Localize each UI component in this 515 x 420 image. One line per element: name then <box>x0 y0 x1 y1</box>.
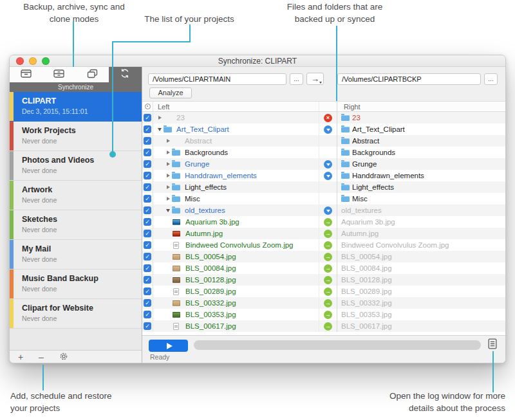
close-button[interactable] <box>16 57 24 65</box>
settings-gear-button[interactable] <box>59 352 80 362</box>
row-checkbox[interactable]: ✓ <box>144 114 151 122</box>
file-row[interactable]: ✓Art_Text_ClipartArt_Text_Clipart <box>142 123 505 135</box>
conflict-status-icon: × <box>324 114 332 122</box>
project-item[interactable]: Music Band BackupNever done <box>10 269 142 299</box>
analyze-button[interactable]: Analyze <box>149 87 192 98</box>
row-checkbox[interactable]: ✓ <box>144 276 151 284</box>
row-checkbox[interactable]: ✓ <box>144 172 151 179</box>
file-icon-slot <box>164 127 174 132</box>
browse-source-button[interactable]: ... <box>290 73 303 85</box>
file-row[interactable]: ✓BLS_00353.jpg→BLS_00353.jpg <box>142 309 505 320</box>
file-name-left: BLS_00128.jpg <box>185 274 236 286</box>
file-list-header: Left Right <box>142 101 505 112</box>
file-row[interactable]: ✓BLS_00084.jpg→BLS_00084.jpg <box>142 262 505 274</box>
file-row[interactable]: ✓BLS_00054.jpg→BLS_00054.jpg <box>142 251 505 262</box>
file-row[interactable]: ✓BLS_00289.jpg→BLS_00289.jpg <box>142 286 505 297</box>
file-row[interactable]: ✓Autumn.jpg→Autumn.jpg <box>142 228 505 239</box>
sync-direction-button[interactable]: → <box>306 73 324 85</box>
column-header-left[interactable]: Left <box>153 102 319 111</box>
disclosure-open-icon[interactable] <box>164 209 172 212</box>
file-name-left: Art_Text_Clipart <box>176 123 229 135</box>
row-checkbox[interactable]: ✓ <box>144 311 151 318</box>
project-item[interactable]: Photos and VideosNever done <box>10 151 142 181</box>
file-row[interactable]: ✓BLS_00332.jpg→BLS_00332.jpg <box>142 297 505 309</box>
zoom-button[interactable] <box>42 57 50 65</box>
file-icon-slot <box>173 312 183 318</box>
open-log-button[interactable] <box>488 338 498 351</box>
project-item[interactable]: SketchesNever done <box>10 210 142 240</box>
row-checkbox[interactable]: ✓ <box>144 299 151 307</box>
disclosure-closed-icon[interactable] <box>164 185 172 189</box>
project-list: CLIPARTDec 3, 2015, 15:11:01Work Project… <box>10 92 142 350</box>
row-checkbox[interactable]: ✓ <box>144 183 151 191</box>
file-row[interactable]: ✓GrungeGrunge <box>142 158 505 170</box>
disclosure-closed-icon[interactable] <box>156 116 164 120</box>
backup-mode-icon <box>21 69 32 81</box>
file-row[interactable]: ✓BLS_00617.jpg→BLS_00617.jpg <box>142 320 505 332</box>
row-checkbox[interactable]: ✓ <box>144 264 151 272</box>
row-checkbox[interactable]: ✓ <box>144 288 151 295</box>
file-row[interactable]: ✓Bindweed Convolvulus Zoom.jpg→Bindweed … <box>142 239 505 251</box>
disclosure-closed-icon[interactable] <box>164 197 172 201</box>
row-checkbox[interactable]: ✓ <box>144 241 151 249</box>
file-row[interactable]: ✓BLS_00128.jpg→BLS_00128.jpg <box>142 274 505 286</box>
file-row[interactable]: ✓Light_effectsLight_effects <box>142 181 505 193</box>
file-row[interactable]: ✓BackgroundsBackgrounds <box>142 147 505 158</box>
row-checkbox[interactable]: ✓ <box>144 322 151 330</box>
add-project-button[interactable]: + <box>18 352 39 361</box>
project-name: Sketches <box>22 215 138 224</box>
row-checkbox[interactable]: ✓ <box>144 125 151 133</box>
traffic-lights <box>16 57 50 65</box>
file-name-left: BLS_00353.jpg <box>185 309 236 320</box>
file-name-right: BLS_00353.jpg <box>341 309 392 320</box>
project-color-stripe <box>10 92 14 121</box>
project-item[interactable]: ArtworkNever done <box>10 181 142 210</box>
disclosure-closed-icon[interactable] <box>164 162 172 166</box>
row-checkbox[interactable]: ✓ <box>144 137 151 145</box>
project-item[interactable]: Work ProjectsNever done <box>10 122 142 151</box>
file-icon-slot <box>173 277 183 283</box>
file-row[interactable]: ✓MiscMisc <box>142 193 505 205</box>
row-checkbox[interactable]: ✓ <box>144 149 151 156</box>
file-icon-slot <box>172 208 182 214</box>
annotation-line: Files and folders that are <box>270 1 399 13</box>
annotation-line: The list of your projects <box>139 13 239 25</box>
row-checkbox[interactable]: ✓ <box>144 206 151 214</box>
mode-tab-backup[interactable] <box>10 67 42 82</box>
row-checkbox[interactable]: ✓ <box>144 195 151 203</box>
callout-line-modes <box>73 21 74 67</box>
source-path-field[interactable] <box>148 73 286 85</box>
folder-icon <box>164 127 172 132</box>
titlebar[interactable]: Synchronize: CLIPART <box>10 55 505 67</box>
file-row[interactable]: ✓23×23 <box>142 112 505 123</box>
file-row[interactable]: ✓AbstractAbstract <box>142 135 505 147</box>
mode-tab-clone[interactable] <box>76 67 109 82</box>
mode-tab-sync[interactable] <box>109 67 142 82</box>
column-header-right[interactable]: Right <box>337 102 505 111</box>
row-checkbox[interactable]: ✓ <box>144 160 151 168</box>
disclosure-open-icon[interactable] <box>156 128 164 131</box>
image-thumbnail-icon <box>173 312 180 318</box>
remove-project-button[interactable]: – <box>39 352 59 361</box>
update-status-icon <box>324 125 332 134</box>
disclosure-closed-icon[interactable] <box>164 139 172 143</box>
copy-right-status-icon: → <box>324 311 332 319</box>
start-sync-button[interactable] <box>149 340 188 352</box>
minimize-button[interactable] <box>29 57 37 65</box>
disclosure-closed-icon[interactable] <box>164 174 172 178</box>
file-row[interactable]: ✓Aquarium 3b.jpg→Aquarium 3b.jpg <box>142 216 505 228</box>
destination-path-field[interactable] <box>337 73 481 85</box>
mode-tab-archive[interactable] <box>42 67 75 82</box>
row-checkbox[interactable]: ✓ <box>144 253 151 260</box>
row-checkbox[interactable]: ✓ <box>144 230 151 237</box>
file-row[interactable]: ✓old_texturesold_textures <box>142 205 505 216</box>
project-item[interactable]: Clipart for WebsiteNever done <box>10 299 142 329</box>
file-row[interactable]: ✓Handdrawn_elementsHanddrawn_elements <box>142 170 505 181</box>
project-item[interactable]: CLIPARTDec 3, 2015, 15:11:01 <box>10 92 142 122</box>
row-checkbox[interactable]: ✓ <box>144 218 151 226</box>
image-thumbnail-icon <box>173 219 180 225</box>
project-item[interactable]: My MailNever done <box>10 240 142 269</box>
browse-destination-button[interactable]: ... <box>484 73 498 85</box>
disclosure-closed-icon[interactable] <box>164 151 172 154</box>
copy-right-status-icon: → <box>324 322 332 331</box>
